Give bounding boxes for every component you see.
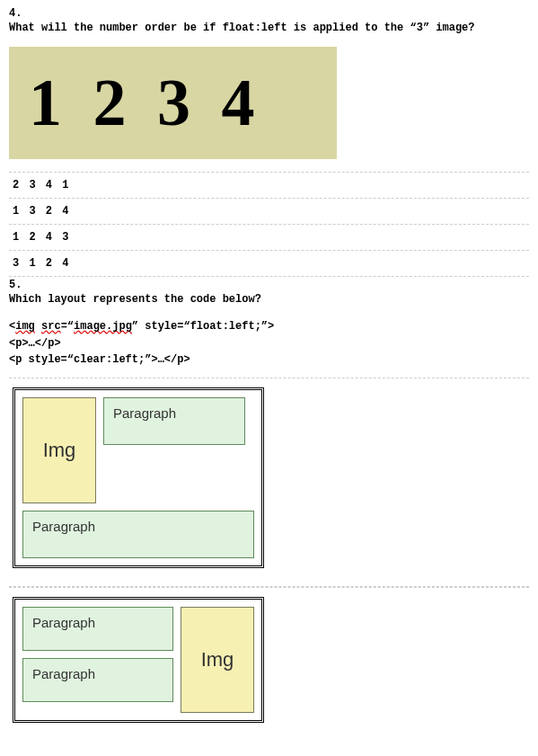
answer-option[interactable]: 2 3 4 1 (9, 173, 529, 199)
number-image-text: 1 2 3 4 (29, 65, 262, 141)
number-image-box: 1 2 3 4 (9, 47, 337, 159)
code-line-2: <p>…</p> (9, 335, 529, 352)
code-wavy-img: img (15, 320, 35, 333)
code-line-1: <img src=“image.jpg” style=“float:left;”… (9, 318, 529, 335)
answer-option[interactable]: 1 2 4 3 (9, 225, 529, 251)
answer-option[interactable]: 3 1 2 4 (9, 251, 529, 276)
question-number-4: 4. (9, 7, 529, 20)
answer-option[interactable]: 1 3 2 4 (9, 199, 529, 225)
layout-paragraph-box: Paragraph (22, 607, 173, 651)
question-text-4: What will the number order be if float:l… (9, 22, 529, 34)
code-wavy-file: image.jpg (74, 320, 132, 333)
question-number-5: 5. (9, 279, 529, 291)
layout-option-1[interactable]: Img Paragraph Paragraph (9, 378, 529, 587)
layout-option-2[interactable]: Paragraph Paragraph Img (9, 587, 529, 728)
code-snippet: <img src=“image.jpg” style=“float:left;”… (9, 318, 529, 369)
question-text-5: Which layout represents the code below? (9, 293, 529, 306)
code-line-3: <p style=“clear:left;”>…</p> (9, 351, 529, 369)
layout-paragraph-box: Paragraph (22, 511, 254, 558)
layout-img-box: Img (22, 397, 96, 503)
layout-img-box: Img (181, 607, 254, 713)
layout-paragraph-box: Paragraph (22, 658, 173, 702)
code-wavy-src: src (41, 320, 61, 333)
layout-paragraph-box: Paragraph (103, 397, 245, 445)
layout-frame: Img Paragraph Paragraph (13, 387, 264, 568)
layout-frame: Paragraph Paragraph Img (13, 597, 264, 723)
answer-list-q4: 2 3 4 1 1 3 2 4 1 2 4 3 3 1 2 4 (9, 172, 529, 277)
